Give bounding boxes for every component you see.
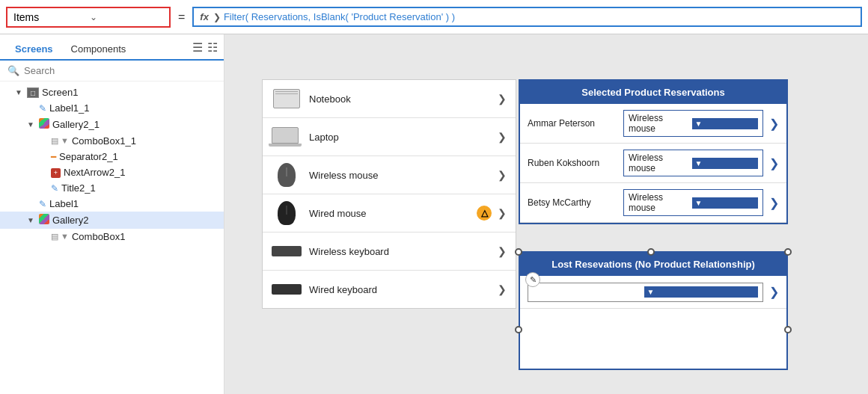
reservations-header: Selected Product Reservations (520, 81, 786, 104)
product-chevron-wireless-keyboard: ❯ (498, 245, 507, 257)
tree-item-combobox1[interactable]: ▤ ▼ ComboBox1 (0, 229, 224, 244)
reservation-product-1: Wireless mouse (629, 113, 689, 134)
title-icon: ✎ (51, 183, 58, 194)
handle-tr[interactable] (784, 248, 792, 256)
product-item-laptop[interactable]: Laptop ❯ (263, 118, 516, 156)
tree-arrow-gallery2-1: ▼ (27, 120, 36, 129)
product-name-wired-keyboard: Wired keyboard (309, 284, 490, 295)
top-bar: Items ⌄ = fx ❯ Filter( Reservations, IsB… (0, 0, 868, 34)
handle-ml[interactable] (515, 326, 522, 333)
tree-item-label1-1[interactable]: ✎ Label1_1 (0, 100, 224, 116)
label-icon-1: ✎ (39, 103, 46, 114)
sidebar-tabs: Screens Components ☰ ☷ (0, 34, 224, 61)
main-content: Screens Components ☰ ☷ 🔍 ▼ □ Screen1 ✎ L… (0, 34, 868, 394)
canvas-area: Notebook ❯ Laptop ❯ (224, 34, 868, 394)
handle-mr[interactable] (784, 326, 792, 333)
tab-screens[interactable]: Screens (6, 39, 62, 61)
nextarrow-icon: + (51, 167, 61, 178)
tree-label-label1: Label1 (49, 198, 218, 209)
search-icon: 🔍 (7, 65, 19, 76)
reservation-chevron-2: ▼ (692, 158, 759, 169)
reservation-select-1[interactable]: Wireless mouse ▼ (623, 110, 763, 137)
equals-sign: = (178, 10, 185, 24)
product-list: Notebook ❯ Laptop ❯ (262, 79, 516, 309)
reservation-arrow-3[interactable]: ❯ (769, 196, 779, 210)
warning-icon: △ (477, 206, 492, 221)
lost-select-1[interactable]: ▼ (528, 283, 763, 302)
lost-panel: Lost Resevations (No Product Relationshi… (519, 251, 788, 370)
combobox-icon-2: ▤ ▼ (51, 232, 69, 241)
tree-item-screen1[interactable]: ▼ □ Screen1 (0, 84, 224, 100)
gallery-icon-2 (39, 214, 49, 227)
lost-header: Lost Resevations (No Product Relationshi… (520, 253, 786, 276)
tree-item-gallery2-1[interactable]: ▼ Gallery2_1 (0, 116, 224, 133)
reservation-name-3: Betsy McCarthy (528, 197, 617, 208)
reservation-row-3: Betsy McCarthy Wireless mouse ▼ ❯ (520, 183, 786, 223)
sidebar: Screens Components ☰ ☷ 🔍 ▼ □ Screen1 ✎ L… (0, 34, 224, 394)
product-chevron-notebook: ❯ (498, 93, 507, 105)
tree-label-gallery2-1: Gallery2_1 (52, 119, 218, 130)
reservation-arrow-1[interactable]: ❯ (769, 117, 779, 131)
wireless-mouse-icon (272, 164, 302, 186)
tree-item-gallery2[interactable]: ▼ Gallery2 (0, 212, 224, 229)
handle-tl[interactable] (515, 248, 522, 256)
product-item-wired-keyboard[interactable]: Wired keyboard ❯ (263, 271, 516, 308)
tree-item-combobox1-1[interactable]: ▤ ▼ ComboBox1_1 (0, 133, 224, 149)
reservation-chevron-1: ▼ (692, 118, 759, 129)
formula-func: Filter( Reservations, IsBlank( (224, 11, 352, 22)
tree-label-title2-1: Title2_1 (61, 182, 218, 194)
tree-label-label1-1: Label1_1 (49, 102, 218, 114)
lost-arrow-1[interactable]: ❯ (769, 285, 779, 299)
grid-view-icon[interactable]: ☷ (207, 40, 218, 55)
product-item-wireless-mouse[interactable]: Wireless mouse ❯ (263, 156, 516, 194)
tree-label-separator2-1: Separator2_1 (59, 151, 218, 162)
items-label: Items (13, 11, 87, 23)
lost-empty-area (520, 309, 786, 369)
reservation-select-3[interactable]: Wireless mouse ▼ (623, 189, 763, 216)
items-chevron-icon: ⌄ (90, 12, 163, 22)
reservations-panel: Selected Product Reservations Ammar Pete… (519, 79, 788, 224)
reservation-select-2[interactable]: Wireless mouse ▼ (623, 150, 763, 176)
screen-icon: □ (27, 87, 39, 98)
handle-tc[interactable] (647, 248, 655, 256)
reservation-product-3: Wireless mouse (629, 192, 689, 213)
product-name-wireless-mouse: Wireless mouse (309, 170, 490, 181)
lost-row-1: ▼ ❯ (520, 276, 786, 309)
gallery-icon-1 (39, 118, 49, 131)
sidebar-tab-icons: ☰ ☷ (192, 40, 218, 58)
search-box: 🔍 (0, 61, 224, 81)
tree-item-label1[interactable]: ✎ Label1 (0, 196, 224, 212)
notebook-icon (272, 87, 302, 110)
reservation-product-2: Wireless mouse (629, 153, 689, 173)
edit-icon[interactable]: ✎ (525, 272, 540, 287)
product-item-wireless-keyboard[interactable]: Wireless keyboard ❯ (263, 233, 516, 271)
laptop-icon (272, 126, 302, 148)
product-item-notebook[interactable]: Notebook ❯ (263, 80, 516, 118)
search-input[interactable] (24, 65, 216, 76)
formula-text: Filter( Reservations, IsBlank( 'Product … (224, 11, 455, 22)
product-chevron-laptop: ❯ (498, 131, 507, 143)
product-name-wireless-keyboard: Wireless keyboard (309, 246, 490, 257)
fx-chevron-icon: ❯ (213, 12, 221, 22)
fx-icon: fx (200, 11, 209, 22)
tree-label-nextarrow2-1: NextArrow2_1 (64, 167, 218, 178)
reservation-chevron-3: ▼ (692, 197, 759, 209)
tree-item-title2-1[interactable]: ✎ Title2_1 (0, 180, 224, 196)
reservation-arrow-2[interactable]: ❯ (769, 156, 779, 170)
reservation-name-1: Ammar Peterson (528, 118, 617, 129)
tree-label-screen1: Screen1 (42, 87, 218, 98)
list-view-icon[interactable]: ☰ (192, 40, 203, 55)
lost-chevron-1: ▼ (644, 286, 759, 298)
wired-mouse-icon (272, 202, 302, 224)
reservation-row-2: Ruben Kokshoorn Wireless mouse ▼ ❯ (520, 144, 786, 183)
items-dropdown[interactable]: Items ⌄ (6, 7, 171, 28)
product-name-wired-mouse: Wired mouse (309, 208, 490, 219)
tree-label-combobox1-1: ComboBox1_1 (72, 135, 218, 147)
product-item-wired-mouse[interactable]: Wired mouse △ ❯ (263, 194, 516, 233)
formula-bar[interactable]: fx ❯ Filter( Reservations, IsBlank( 'Pro… (192, 7, 862, 27)
tab-components[interactable]: Components (62, 39, 135, 61)
tree-item-nextarrow2-1[interactable]: + NextArrow2_1 (0, 164, 224, 180)
tree-label-gallery2: Gallery2 (52, 215, 218, 226)
product-name-laptop: Laptop (309, 132, 490, 143)
tree-item-separator2-1[interactable]: ━ Separator2_1 (0, 149, 224, 164)
